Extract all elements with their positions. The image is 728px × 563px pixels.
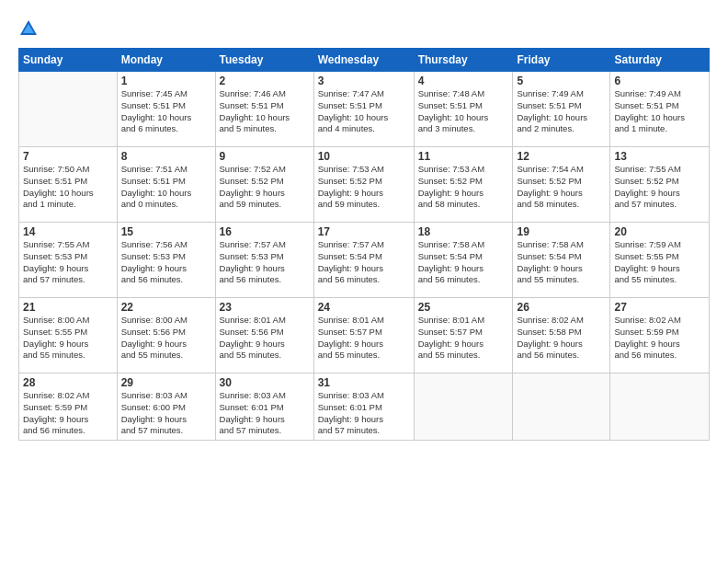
calendar-cell: 25Sunrise: 8:01 AM Sunset: 5:57 PM Dayli… <box>414 298 513 373</box>
day-info: Sunrise: 7:56 AM Sunset: 5:53 PM Dayligh… <box>121 239 211 286</box>
calendar-cell: 17Sunrise: 7:57 AM Sunset: 5:54 PM Dayli… <box>313 223 414 298</box>
day-info: Sunrise: 7:52 AM Sunset: 5:52 PM Dayligh… <box>220 164 310 211</box>
calendar-cell: 12Sunrise: 7:54 AM Sunset: 5:52 PM Dayli… <box>513 147 610 223</box>
day-info: Sunrise: 7:55 AM Sunset: 5:52 PM Dayligh… <box>614 164 705 211</box>
calendar-cell: 26Sunrise: 8:02 AM Sunset: 5:58 PM Dayli… <box>513 298 610 373</box>
calendar-cell: 2Sunrise: 7:46 AM Sunset: 5:51 PM Daylig… <box>215 72 313 147</box>
weekday-friday: Friday <box>513 49 610 72</box>
calendar-cell: 28Sunrise: 8:02 AM Sunset: 5:59 PM Dayli… <box>19 373 118 441</box>
week-row-2: 7Sunrise: 7:50 AM Sunset: 5:51 PM Daylig… <box>19 147 710 223</box>
day-number: 25 <box>418 301 509 314</box>
header <box>18 17 710 39</box>
day-info: Sunrise: 7:54 AM Sunset: 5:52 PM Dayligh… <box>517 164 606 211</box>
day-info: Sunrise: 8:00 AM Sunset: 5:56 PM Dayligh… <box>121 315 211 362</box>
calendar-cell: 23Sunrise: 8:01 AM Sunset: 5:56 PM Dayli… <box>215 298 313 373</box>
day-number: 22 <box>121 301 211 314</box>
calendar-cell: 19Sunrise: 7:58 AM Sunset: 5:54 PM Dayli… <box>513 223 610 298</box>
day-number: 12 <box>517 150 606 163</box>
calendar-cell <box>513 373 610 441</box>
day-info: Sunrise: 7:49 AM Sunset: 5:51 PM Dayligh… <box>614 88 705 135</box>
logo-icon <box>18 18 39 39</box>
day-number: 10 <box>318 150 410 163</box>
logo <box>18 17 42 39</box>
day-info: Sunrise: 7:57 AM Sunset: 5:54 PM Dayligh… <box>318 239 410 286</box>
week-row-3: 14Sunrise: 7:55 AM Sunset: 5:53 PM Dayli… <box>19 223 710 298</box>
day-number: 23 <box>220 301 310 314</box>
weekday-sunday: Sunday <box>19 49 118 72</box>
calendar-header: SundayMondayTuesdayWednesdayThursdayFrid… <box>19 49 710 72</box>
day-info: Sunrise: 7:48 AM Sunset: 5:51 PM Dayligh… <box>418 88 509 135</box>
calendar-cell <box>610 373 710 441</box>
calendar-cell: 24Sunrise: 8:01 AM Sunset: 5:57 PM Dayli… <box>313 298 414 373</box>
calendar-cell: 3Sunrise: 7:47 AM Sunset: 5:51 PM Daylig… <box>313 72 414 147</box>
day-number: 24 <box>318 301 410 314</box>
day-number: 9 <box>220 150 310 163</box>
day-info: Sunrise: 7:55 AM Sunset: 5:53 PM Dayligh… <box>23 239 113 286</box>
calendar-cell: 16Sunrise: 7:57 AM Sunset: 5:53 PM Dayli… <box>215 223 313 298</box>
weekday-tuesday: Tuesday <box>215 49 313 72</box>
day-number: 15 <box>121 225 211 238</box>
day-info: Sunrise: 8:01 AM Sunset: 5:56 PM Dayligh… <box>220 315 310 362</box>
week-row-1: 1Sunrise: 7:45 AM Sunset: 5:51 PM Daylig… <box>19 72 710 147</box>
calendar-cell: 18Sunrise: 7:58 AM Sunset: 5:54 PM Dayli… <box>414 223 513 298</box>
day-number: 2 <box>220 75 310 87</box>
day-number: 7 <box>23 150 113 163</box>
weekday-header-row: SundayMondayTuesdayWednesdayThursdayFrid… <box>19 49 710 72</box>
day-number: 28 <box>23 376 113 389</box>
day-number: 3 <box>318 75 410 87</box>
day-info: Sunrise: 8:01 AM Sunset: 5:57 PM Dayligh… <box>418 315 509 362</box>
calendar-cell: 4Sunrise: 7:48 AM Sunset: 5:51 PM Daylig… <box>414 72 513 147</box>
day-number: 21 <box>23 301 113 314</box>
day-info: Sunrise: 7:53 AM Sunset: 5:52 PM Dayligh… <box>418 164 509 211</box>
calendar-body: 1Sunrise: 7:45 AM Sunset: 5:51 PM Daylig… <box>19 72 710 441</box>
calendar-cell: 10Sunrise: 7:53 AM Sunset: 5:52 PM Dayli… <box>313 147 414 223</box>
calendar-cell: 29Sunrise: 8:03 AM Sunset: 6:00 PM Dayli… <box>117 373 215 441</box>
week-row-4: 21Sunrise: 8:00 AM Sunset: 5:55 PM Dayli… <box>19 298 710 373</box>
calendar-cell <box>19 72 118 147</box>
day-info: Sunrise: 7:50 AM Sunset: 5:51 PM Dayligh… <box>23 164 113 211</box>
day-info: Sunrise: 8:02 AM Sunset: 5:59 PM Dayligh… <box>614 315 705 362</box>
calendar-cell: 5Sunrise: 7:49 AM Sunset: 5:51 PM Daylig… <box>513 72 610 147</box>
calendar: SundayMondayTuesdayWednesdayThursdayFrid… <box>18 48 710 441</box>
calendar-cell: 15Sunrise: 7:56 AM Sunset: 5:53 PM Dayli… <box>117 223 215 298</box>
day-number: 6 <box>614 75 705 87</box>
day-number: 13 <box>614 150 705 163</box>
day-info: Sunrise: 7:59 AM Sunset: 5:55 PM Dayligh… <box>614 239 705 286</box>
calendar-cell: 11Sunrise: 7:53 AM Sunset: 5:52 PM Dayli… <box>414 147 513 223</box>
calendar-cell: 22Sunrise: 8:00 AM Sunset: 5:56 PM Dayli… <box>117 298 215 373</box>
day-number: 4 <box>418 75 509 87</box>
day-number: 17 <box>318 225 410 238</box>
day-number: 19 <box>517 225 606 238</box>
day-info: Sunrise: 7:49 AM Sunset: 5:51 PM Dayligh… <box>517 88 606 135</box>
calendar-cell: 14Sunrise: 7:55 AM Sunset: 5:53 PM Dayli… <box>19 223 118 298</box>
day-info: Sunrise: 7:58 AM Sunset: 5:54 PM Dayligh… <box>517 239 606 286</box>
day-info: Sunrise: 7:47 AM Sunset: 5:51 PM Dayligh… <box>318 88 410 135</box>
calendar-cell: 13Sunrise: 7:55 AM Sunset: 5:52 PM Dayli… <box>610 147 710 223</box>
day-number: 27 <box>614 301 705 314</box>
day-number: 14 <box>23 225 113 238</box>
weekday-wednesday: Wednesday <box>313 49 414 72</box>
calendar-cell: 9Sunrise: 7:52 AM Sunset: 5:52 PM Daylig… <box>215 147 313 223</box>
day-number: 8 <box>121 150 211 163</box>
day-number: 26 <box>517 301 606 314</box>
day-number: 5 <box>517 75 606 87</box>
day-info: Sunrise: 8:02 AM Sunset: 5:58 PM Dayligh… <box>517 315 606 362</box>
calendar-cell: 7Sunrise: 7:50 AM Sunset: 5:51 PM Daylig… <box>19 147 118 223</box>
weekday-monday: Monday <box>117 49 215 72</box>
calendar-cell: 20Sunrise: 7:59 AM Sunset: 5:55 PM Dayli… <box>610 223 710 298</box>
weekday-saturday: Saturday <box>610 49 710 72</box>
day-info: Sunrise: 7:57 AM Sunset: 5:53 PM Dayligh… <box>220 239 310 286</box>
day-info: Sunrise: 8:00 AM Sunset: 5:55 PM Dayligh… <box>23 315 113 362</box>
day-number: 11 <box>418 150 509 163</box>
day-info: Sunrise: 7:53 AM Sunset: 5:52 PM Dayligh… <box>318 164 410 211</box>
day-info: Sunrise: 7:51 AM Sunset: 5:51 PM Dayligh… <box>121 164 211 211</box>
day-info: Sunrise: 8:03 AM Sunset: 6:00 PM Dayligh… <box>121 390 211 437</box>
day-number: 16 <box>220 225 310 238</box>
week-row-5: 28Sunrise: 8:02 AM Sunset: 5:59 PM Dayli… <box>19 373 710 441</box>
day-number: 31 <box>318 376 410 389</box>
day-number: 18 <box>418 225 509 238</box>
day-number: 29 <box>121 376 211 389</box>
calendar-cell: 30Sunrise: 8:03 AM Sunset: 6:01 PM Dayli… <box>215 373 313 441</box>
day-number: 20 <box>614 225 705 238</box>
calendar-cell: 27Sunrise: 8:02 AM Sunset: 5:59 PM Dayli… <box>610 298 710 373</box>
